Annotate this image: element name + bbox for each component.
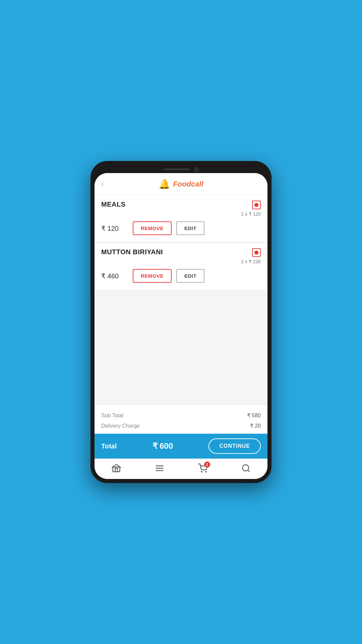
phone-screen: ‹ 🔔 Foodcall MEALS 1 x ₹ 120 ₹ 120 REM [95,173,267,479]
remove-button[interactable]: REMOVE [133,221,172,235]
item-total-price: ₹ 460 [101,272,128,280]
nav-menu[interactable] [155,464,164,475]
total-amount: ₹ 600 [153,441,173,451]
svg-line-7 [248,470,249,472]
veg-dot [254,203,258,207]
total-bar: Total ₹ 600 CONTINUE [95,434,267,459]
back-button[interactable]: ‹ [101,180,104,189]
bell-icon: 🔔 [159,178,170,190]
search-icon [241,464,251,475]
app-name: Foodcall [173,180,203,189]
svg-point-5 [205,471,206,472]
total-label: Total [101,442,117,450]
svg-point-4 [201,471,202,472]
phone-notch [95,165,267,173]
nav-search[interactable] [241,464,251,475]
nav-home[interactable] [112,464,121,475]
item-name: MUTTON BIRIYANI [101,248,163,256]
item-quantity-price: 1 x ₹ 120 [101,211,261,217]
phone-camera [194,167,199,172]
svg-rect-0 [113,467,120,472]
continue-button[interactable]: CONTINUE [208,438,261,454]
item-footer: ₹ 460 REMOVE EDIT [101,269,261,283]
item-total-price: ₹ 120 [101,224,128,232]
veg-indicator [252,248,261,257]
logo-area: 🔔 Foodcall [159,178,203,190]
bottom-nav: 2 [95,459,267,479]
summary-section: Sub Total ₹ 580 Delivery Charge ₹ 20 [95,405,267,434]
item-header: MUTTON BIRIYANI [101,248,261,257]
item-header: MEALS [101,201,261,209]
remove-button[interactable]: REMOVE [133,269,172,283]
cart-item: MEALS 1 x ₹ 120 ₹ 120 REMOVE EDIT [95,195,267,242]
item-quantity-price: 2 x ₹ 230 [101,259,261,264]
subtotal-label: Sub Total [101,413,123,419]
delivery-label: Delivery Charge [101,423,140,429]
subtotal-value: ₹ 580 [247,412,261,419]
nav-cart[interactable]: 2 [198,464,207,475]
cart-content: MEALS 1 x ₹ 120 ₹ 120 REMOVE EDIT MUTTON… [95,195,267,405]
veg-dot [254,251,258,255]
item-footer: ₹ 120 REMOVE EDIT [101,221,261,235]
edit-button[interactable]: EDIT [176,269,204,283]
delivery-row: Delivery Charge ₹ 20 [101,421,261,431]
item-name: MEALS [101,201,126,208]
edit-button[interactable]: EDIT [176,221,204,235]
menu-icon [155,464,164,475]
phone-speaker [163,168,190,170]
cart-item: MUTTON BIRIYANI 2 x ₹ 230 ₹ 460 REMOVE E… [95,243,267,289]
cart-badge: 2 [204,462,210,468]
phone-frame: ‹ 🔔 Foodcall MEALS 1 x ₹ 120 ₹ 120 REM [90,161,272,483]
veg-indicator [252,201,261,209]
subtotal-row: Sub Total ₹ 580 [101,410,261,421]
app-header: ‹ 🔔 Foodcall [95,173,267,195]
delivery-value: ₹ 20 [250,423,261,429]
home-icon [112,464,121,475]
